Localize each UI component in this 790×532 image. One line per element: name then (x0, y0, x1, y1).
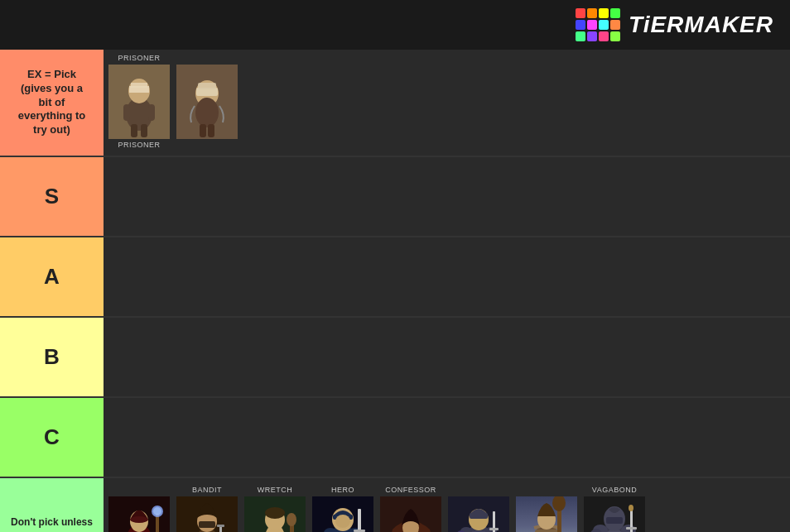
svg-point-22 (153, 507, 161, 515)
tier-content-c (104, 398, 790, 477)
char-name-top-bandit: BANDIT (192, 485, 222, 495)
svg-point-19 (130, 516, 148, 523)
logo-cell-12 (610, 31, 620, 41)
char-name-top-vagabond: VAGABOND (592, 485, 637, 495)
logo-cell-9 (576, 31, 585, 41)
tier-label-c: C (0, 398, 104, 477)
logo-cell-2 (587, 8, 597, 18)
tier-content-s (104, 157, 790, 236)
svg-rect-52 (358, 509, 361, 532)
logo-cell-4 (610, 8, 620, 18)
char-card-prisoner1[interactable]: PRISONER (107, 53, 171, 149)
char-name-top-prisoner: PRISONER (118, 53, 160, 63)
logo-cell-3 (599, 8, 609, 18)
char-card-confessor[interactable]: CONFESSOR (378, 485, 443, 532)
tier-content-b (104, 318, 790, 396)
svg-point-34 (265, 507, 285, 519)
tier-row-d: Don't pick unless you know you like the … (0, 478, 790, 532)
char-card-vagabond[interactable]: VAGABOND (582, 485, 647, 532)
tier-row-a: A (0, 237, 790, 318)
tier-row-s: S (0, 157, 790, 237)
char-name-bottom-prisoner: PRISONER (118, 141, 160, 149)
svg-point-13 (195, 98, 219, 127)
svg-rect-14 (200, 124, 206, 137)
svg-rect-28 (217, 525, 224, 527)
svg-rect-87 (606, 517, 623, 524)
prisoner2-image (176, 65, 238, 139)
char-card-warrior[interactable]: WARRIOR (446, 485, 511, 532)
tier-label-b: B (0, 318, 104, 396)
logo-title: TiERMAKER (629, 12, 773, 38)
svg-rect-8 (141, 124, 147, 137)
logo-cell-10 (587, 31, 597, 41)
logo-cell-8 (610, 20, 620, 30)
svg-rect-12 (198, 83, 216, 89)
logo-cell-6 (587, 20, 597, 30)
svg-rect-91 (626, 527, 637, 530)
logo-grid-icon (576, 8, 620, 41)
char-card-astrologer[interactable]: ASTROLOGER (107, 485, 171, 532)
tier-label-d: Don't pick unless you know you like the … (0, 478, 104, 532)
char-name-top-hero: HERO (331, 485, 354, 495)
svg-point-41 (287, 513, 296, 526)
astrologer-image (108, 496, 170, 532)
char-card-bandit[interactable]: BANDIT (175, 485, 239, 532)
svg-rect-4 (131, 83, 147, 88)
unknown-image (516, 496, 577, 532)
svg-point-92 (629, 505, 633, 511)
char-card-prisoner2[interactable] (175, 53, 239, 151)
logo-cell-1 (576, 8, 585, 18)
tier-row-ex: EX = Pick(gives you abit ofeverything to… (0, 50, 790, 157)
prisoner1-image (108, 65, 170, 139)
tier-label-s: S (0, 157, 104, 236)
char-name-top-wretch: WRETCH (258, 485, 293, 495)
logo-cell-5 (576, 20, 585, 30)
tier-row-c: C (0, 398, 790, 478)
tier-label-a: A (0, 237, 104, 316)
header: TiERMAKER (0, 0, 790, 50)
svg-rect-26 (199, 521, 215, 528)
tier-label-ex: EX = Pick(gives you abit ofeverything to… (0, 50, 104, 156)
tier-content-a (104, 237, 790, 316)
logo-cell-7 (599, 20, 609, 30)
char-card-hero[interactable]: HERO (311, 485, 375, 532)
logo-cell-11 (599, 31, 609, 41)
char-name-top-confessor: CONFESSOR (385, 485, 436, 495)
tiermaker-logo: TiERMAKER (576, 8, 773, 41)
tier-content-d: ASTROLOGER BANDIT (104, 478, 790, 532)
wretch-image (244, 496, 306, 532)
warrior-image (448, 496, 509, 532)
svg-rect-68 (489, 528, 499, 530)
svg-rect-65 (470, 513, 488, 519)
svg-point-51 (335, 515, 350, 528)
app-container: TiERMAKER EX = Pick(gives you abit ofeve… (0, 0, 790, 532)
char-card-wretch[interactable]: WRETCH (243, 485, 307, 532)
vagabond-image (584, 496, 645, 532)
confessor-image (380, 496, 441, 532)
bandit-image (176, 496, 238, 532)
tier-content-ex: PRISONER (104, 50, 790, 156)
svg-rect-6 (148, 104, 155, 121)
svg-rect-5 (123, 104, 130, 121)
svg-rect-7 (131, 124, 137, 137)
tier-row-b: B (0, 318, 790, 398)
char-card-unknown[interactable] (514, 485, 579, 532)
svg-rect-15 (208, 124, 214, 137)
hero-image (312, 496, 373, 532)
